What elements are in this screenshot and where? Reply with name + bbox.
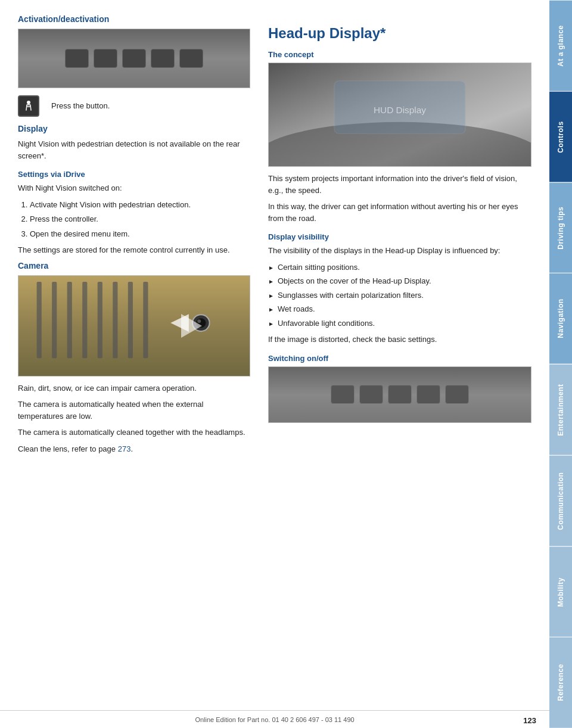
settings-steps-list: Activate Night Vision with pedestrian de…	[30, 199, 250, 240]
hud-concept-svg: HUD Display	[269, 63, 531, 166]
visibility-item-5: ► Unfavorable light conditions.	[268, 318, 531, 329]
camera-p4: Clean the lens, refer to page 273.	[18, 443, 250, 455]
svg-text:HUD Display: HUD Display	[374, 106, 427, 115]
svg-rect-3	[52, 281, 57, 357]
switching-title: Switching on/off	[268, 354, 531, 363]
sidebar-tab-mobility[interactable]: Mobility	[549, 546, 572, 637]
left-column: Activation/deactivation Press the button…	[18, 14, 250, 704]
visibility-label-4: Wet roads.	[278, 303, 315, 315]
display-visibility-intro: The visibility of the displays in the He…	[268, 245, 531, 257]
display-title: Display	[18, 124, 250, 133]
svg-rect-6	[98, 281, 102, 357]
arrow-icon-5: ►	[268, 319, 274, 328]
hud-concept-image: HUD Display	[268, 63, 531, 167]
night-vision-button-icon	[18, 95, 39, 117]
settings-intro: With Night Vision switched on:	[18, 182, 250, 194]
camera-p4-start: Clean the lens, refer to page	[18, 444, 118, 453]
camera-page-link[interactable]: 273	[118, 444, 131, 453]
switch-ctrl-btn-4	[416, 385, 440, 404]
sidebar-tab-label-7: Reference	[557, 664, 565, 702]
visibility-list: ► Certain sitting positions. ► Objects o…	[268, 262, 531, 329]
sidebar-tab-navigation[interactable]: Navigation	[549, 273, 572, 364]
right-column: Head-up Display* The concept	[268, 14, 531, 704]
ctrl-btn-1	[65, 49, 89, 68]
concept-p1: This system projects important informati…	[268, 173, 531, 196]
settings-note: The settings are stored for the remote c…	[18, 244, 250, 256]
svg-rect-9	[143, 281, 148, 357]
activation-image	[18, 29, 250, 88]
pedestrian-icon-svg	[22, 99, 35, 113]
switch-ctrl-btn-3	[388, 385, 412, 404]
press-text: Press the button.	[51, 101, 110, 110]
switch-ctrl-btn-5	[445, 385, 469, 404]
step-3: Open the desired menu item.	[30, 228, 250, 240]
arrow-icon-3: ►	[268, 291, 274, 300]
sidebar-tab-communication[interactable]: Communication	[549, 455, 572, 546]
ctrl-btn-3	[122, 49, 146, 68]
visibility-note: If the image is distorted, check the bas…	[268, 334, 531, 346]
ctrl-btn-5	[179, 49, 203, 68]
sidebar-tab-label-1: Controls	[557, 121, 565, 153]
visibility-label-2: Objects on the cover of the Head-up Disp…	[278, 275, 431, 287]
sidebar-tab-at-a-glance[interactable]: At a glance	[549, 0, 572, 91]
visibility-label-3: Sunglasses with certain polarization fil…	[278, 290, 424, 301]
switch-ctrl-btn-2	[359, 385, 383, 404]
svg-point-11	[196, 318, 206, 328]
switching-image	[268, 366, 531, 423]
svg-rect-4	[67, 281, 72, 357]
camera-image	[18, 275, 250, 377]
camera-p4-end: .	[130, 444, 133, 453]
grille-svg	[18, 276, 250, 376]
display-text: Night Vision with pedestrian detection i…	[18, 138, 250, 161]
visibility-item-4: ► Wet roads.	[268, 303, 531, 315]
camera-p2: The camera is automatically heated when …	[18, 399, 250, 422]
footer-text: Online Edition for Part no. 01 40 2 606 …	[195, 716, 354, 723]
camera-p1: Rain, dirt, snow, or ice can impair came…	[18, 382, 250, 394]
visibility-item-2: ► Objects on the cover of the Head-up Di…	[268, 275, 531, 287]
sidebar-tab-label-2: Driving tips	[557, 206, 565, 249]
svg-rect-7	[113, 281, 117, 357]
visibility-label-1: Certain sitting positions.	[278, 262, 360, 273]
arrow-icon-2: ►	[268, 277, 274, 286]
svg-point-0	[27, 101, 30, 104]
sidebar-tab-driving-tips[interactable]: Driving tips	[549, 182, 572, 273]
sidebar-tab-controls[interactable]: Controls	[549, 91, 572, 182]
step-1: Activate Night Vision with pedestrian de…	[30, 199, 250, 211]
visibility-item-3: ► Sunglasses with certain polarization f…	[268, 290, 531, 301]
svg-rect-8	[128, 281, 133, 357]
ctrl-btn-2	[94, 49, 117, 68]
svg-point-10	[192, 315, 210, 331]
camera-title: Camera	[18, 261, 250, 270]
camera-p3: The camera is automatically cleaned toge…	[18, 427, 250, 438]
switch-ctrl-btn-1	[331, 385, 355, 404]
press-row: Press the button.	[18, 94, 250, 117]
activation-title: Activation/deactivation	[18, 14, 250, 24]
page-wrapper: Activation/deactivation Press the button…	[0, 0, 572, 728]
svg-rect-2	[37, 281, 42, 357]
arrow-icon-4: ►	[268, 305, 274, 314]
step-2: Press the controller.	[30, 213, 250, 225]
footer: Online Edition for Part no. 01 40 2 606 …	[0, 710, 549, 728]
ctrl-btn-4	[151, 49, 175, 68]
sidebar-tab-reference[interactable]: Reference	[549, 637, 572, 728]
sidebar: At a glance Controls Driving tips Naviga…	[549, 0, 572, 728]
arrow-icon-1: ►	[268, 263, 274, 272]
svg-rect-5	[82, 281, 87, 357]
sidebar-tab-label-6: Mobility	[557, 577, 565, 606]
settings-title: Settings via iDrive	[18, 170, 250, 179]
concept-title: The concept	[268, 50, 531, 59]
svg-point-12	[197, 319, 201, 323]
sidebar-tab-label-3: Navigation	[557, 299, 565, 338]
concept-p2: In this way, the driver can get informat…	[268, 201, 531, 224]
display-visibility-title: Display visibility	[268, 232, 531, 241]
main-heading: Head-up Display*	[268, 25, 531, 42]
main-content: Activation/deactivation Press the button…	[0, 0, 549, 728]
visibility-label-5: Unfavorable light conditions.	[278, 318, 375, 329]
sidebar-tab-label-5: Communication	[557, 472, 565, 530]
sidebar-tab-entertainment[interactable]: Entertainment	[549, 364, 572, 455]
sidebar-tab-label-4: Entertainment	[557, 384, 565, 435]
visibility-item-1: ► Certain sitting positions.	[268, 262, 531, 273]
sidebar-tab-label-0: At a glance	[557, 25, 565, 67]
page-number: 123	[523, 716, 536, 725]
